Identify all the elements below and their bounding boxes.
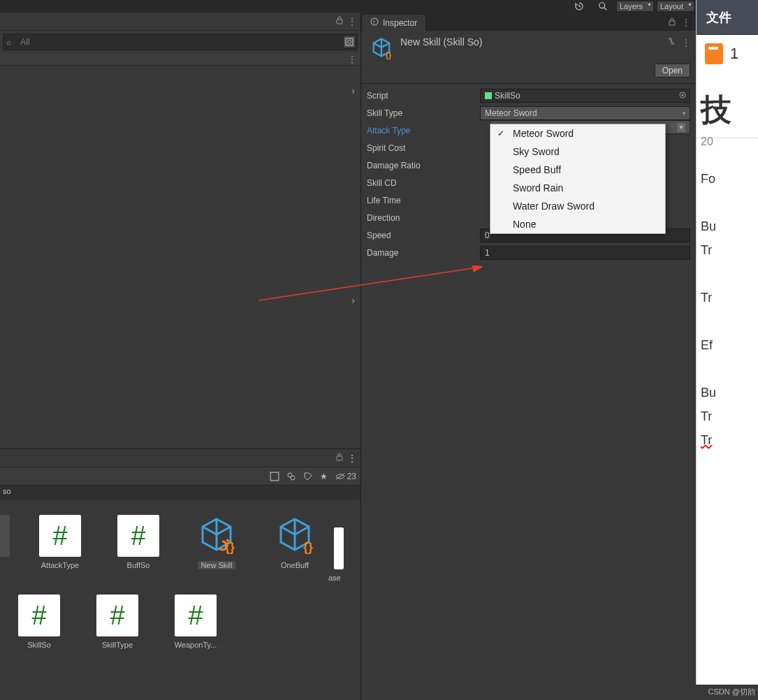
open-row: Open xyxy=(361,62,696,83)
inspector-tab-label: Inspector xyxy=(383,18,417,28)
scriptable-object-icon: {} xyxy=(274,515,316,557)
project-grid[interactable]: . e # AttackType # BuffSo {} New Skill {… xyxy=(0,500,360,649)
kebab-menu-icon[interactable]: ⋮ xyxy=(348,17,356,27)
inspector-fields: Script SkillSo Skill Type Meteor Sword ▼… xyxy=(361,84,696,265)
kebab-menu-icon[interactable]: ⋮ xyxy=(348,54,356,64)
scriptable-object-icon: {} xyxy=(370,36,393,62)
skill-type-dropdown[interactable]: Meteor Sword ▼ xyxy=(480,106,690,120)
damage-input[interactable]: 1 xyxy=(480,246,690,260)
external-app-tab[interactable]: 1 xyxy=(697,35,758,73)
dropdown-option[interactable]: None xyxy=(490,215,665,233)
hierarchy-subheader: ⋮ xyxy=(0,53,360,66)
dropdown-popup: ✓Meteor Sword Sky Sword Speed Buff Sword… xyxy=(490,124,666,234)
watermark: CSDN @切韵 xyxy=(708,687,755,697)
inspector-tabrow: i Inspector ⋮ xyxy=(361,13,696,31)
svg-text:{}: {} xyxy=(303,540,313,554)
dropdown-option[interactable]: Sky Sword xyxy=(490,143,665,161)
kebab-menu-icon[interactable]: ⋮ xyxy=(682,38,690,48)
dropdown-option[interactable]: Sword Rain xyxy=(490,179,665,197)
dropdown-option[interactable]: Speed Buff xyxy=(490,161,665,179)
project-breadcrumb[interactable]: so xyxy=(0,486,360,500)
hierarchy-search-input[interactable] xyxy=(5,37,343,47)
addressable-icon[interactable] xyxy=(666,36,676,48)
svg-text:i: i xyxy=(373,19,374,25)
top-toolbar: Layers Layout xyxy=(0,0,696,13)
favorite-icon[interactable]: ★ xyxy=(320,472,328,481)
svg-point-11 xyxy=(371,18,378,25)
project-item[interactable]: # AttackType xyxy=(21,515,99,582)
layout-dropdown[interactable]: Layout xyxy=(657,1,694,12)
project-item[interactable]: # BuffSo xyxy=(99,515,177,582)
field-damage: Damage 1 xyxy=(367,245,690,261)
dropdown-option[interactable]: Water Draw Sword xyxy=(490,197,665,215)
svg-text:{}: {} xyxy=(225,540,235,554)
expand-icon[interactable] xyxy=(270,472,279,481)
object-picker-icon[interactable] xyxy=(678,91,687,101)
chevron-down-icon: ▼ xyxy=(677,123,685,132)
svg-rect-15 xyxy=(485,92,492,99)
expand-icon[interactable] xyxy=(343,36,356,48)
hierarchy-search: ⌕ xyxy=(3,34,358,50)
layers-dropdown[interactable]: Layers xyxy=(616,1,654,12)
project-item[interactable]: ase xyxy=(334,527,355,582)
svg-point-17 xyxy=(682,94,684,96)
book-icon xyxy=(705,43,723,64)
project-item[interactable]: # SkillSo xyxy=(0,595,78,649)
project-item[interactable]: . e xyxy=(0,515,21,582)
search-icon: ⌕ xyxy=(6,38,11,46)
svg-rect-4 xyxy=(337,456,342,460)
project-item[interactable]: # SkillType xyxy=(78,595,156,649)
document-heading: 技 xyxy=(697,89,758,138)
csharp-icon: # xyxy=(18,595,60,636)
csharp-icon: # xyxy=(175,595,217,636)
filter-label-icon[interactable] xyxy=(303,472,313,481)
history-icon[interactable] xyxy=(569,1,590,12)
field-script: Script SkillSo xyxy=(367,88,690,103)
document-year: 20 xyxy=(697,136,758,148)
chevron-right-icon[interactable]: › xyxy=(351,85,355,96)
project-item[interactable]: # WeaponTy... xyxy=(156,595,235,649)
filter-type-icon[interactable] xyxy=(286,472,296,481)
hidden-count[interactable]: 23 xyxy=(335,472,356,481)
kebab-menu-icon[interactable]: ⋮ xyxy=(682,17,690,27)
field-skill-type: Skill Type Meteor Sword ▼ xyxy=(367,105,690,121)
csharp-icon: # xyxy=(39,515,81,557)
svg-point-7 xyxy=(291,476,295,480)
lock-icon[interactable] xyxy=(335,453,344,463)
svg-text:{}: {} xyxy=(386,51,392,59)
svg-rect-13 xyxy=(669,21,675,25)
svg-rect-1 xyxy=(337,20,342,24)
external-app-panel: 文件 1 技 20 Fo Bu Tr Tr Ef Bu Tr Tr xyxy=(696,0,758,685)
hierarchy-panel: ⋮ ⌕ ⋮ › › xyxy=(0,13,360,449)
inspector-panel: i Inspector ⋮ {} New Skill (Skill So) ⋮ … xyxy=(360,13,696,700)
project-item-selected[interactable]: {} New Skill xyxy=(177,515,256,582)
chevron-down-icon: ▼ xyxy=(681,110,687,117)
check-icon: ✓ xyxy=(497,129,504,138)
dropdown-option[interactable]: ✓Meteor Sword xyxy=(490,124,665,143)
csharp-icon: # xyxy=(96,595,138,636)
lock-icon[interactable] xyxy=(668,17,676,28)
hierarchy-header: ⋮ xyxy=(0,13,360,31)
info-icon: i xyxy=(370,17,379,28)
document-body-clip: Fo Bu Tr Tr Ef Bu Tr Tr xyxy=(697,169,758,450)
project-toolbar: ★ 23 xyxy=(0,467,360,486)
open-button[interactable]: Open xyxy=(655,64,690,78)
asset-title: New Skill (Skill So) xyxy=(400,36,482,48)
chevron-right-icon[interactable]: › xyxy=(351,295,355,306)
lock-icon[interactable] xyxy=(335,16,344,27)
external-app-menu[interactable]: 文件 xyxy=(697,0,758,35)
hierarchy-body[interactable]: › › xyxy=(0,66,360,457)
inspector-header: {} New Skill (Skill So) ⋮ xyxy=(361,31,696,62)
project-header: ⋮ xyxy=(0,449,360,467)
kebab-menu-icon[interactable]: ⋮ xyxy=(348,453,356,463)
svg-point-0 xyxy=(599,3,605,8)
script-object-field[interactable]: SkillSo xyxy=(480,89,690,103)
svg-rect-5 xyxy=(270,472,279,481)
project-panel: ⋮ ★ 23 so . e # AttackType # BuffSo {} N… xyxy=(0,449,360,700)
inspector-tab[interactable]: i Inspector xyxy=(361,14,426,31)
scriptable-object-icon: {} xyxy=(196,515,238,557)
project-item[interactable]: {} OneBuff xyxy=(256,515,334,582)
search-icon[interactable] xyxy=(592,1,613,12)
csharp-icon: # xyxy=(117,515,159,557)
